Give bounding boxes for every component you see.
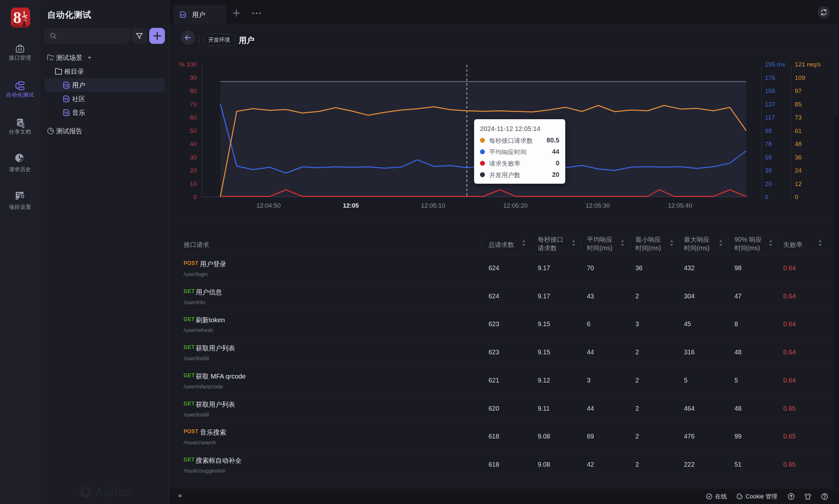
svg-text:40: 40: [190, 141, 197, 147]
svg-text:TS: TS: [64, 84, 69, 87]
svg-text:0: 0: [795, 194, 798, 200]
svg-text:0: 0: [193, 194, 197, 200]
svg-text:% 100: % 100: [179, 61, 197, 68]
svg-text:121 req/s: 121 req/s: [795, 61, 821, 68]
svg-text:12: 12: [795, 180, 802, 187]
svg-text:12:04:50: 12:04:50: [256, 202, 281, 209]
svg-text:12:05: 12:05: [343, 202, 359, 209]
svg-text:78: 78: [765, 141, 772, 147]
svg-text:117: 117: [765, 114, 775, 121]
svg-text:137: 137: [765, 101, 775, 108]
svg-text:TS: TS: [181, 13, 185, 17]
svg-text:109: 109: [795, 74, 805, 81]
svg-text:61: 61: [795, 127, 802, 134]
svg-text:195 ms: 195 ms: [765, 61, 785, 68]
svg-text:12:05:20: 12:05:20: [503, 202, 528, 209]
svg-text:98: 98: [765, 127, 772, 134]
svg-text:0: 0: [765, 194, 769, 200]
svg-text:59: 59: [765, 154, 772, 161]
svg-text:TS: TS: [64, 97, 69, 101]
svg-text:85: 85: [795, 101, 802, 108]
svg-text:TS: TS: [64, 111, 69, 115]
svg-text:176: 176: [765, 74, 775, 81]
svg-text:50: 50: [190, 127, 197, 134]
svg-text:12:05:30: 12:05:30: [585, 202, 610, 209]
svg-text:97: 97: [795, 87, 802, 94]
svg-text:12:05:40: 12:05:40: [668, 202, 692, 209]
svg-text:156: 156: [765, 87, 775, 94]
svg-text:20: 20: [765, 180, 772, 187]
svg-text:36: 36: [795, 154, 802, 161]
svg-text:24: 24: [795, 167, 802, 174]
svg-text:80: 80: [190, 87, 197, 94]
svg-text:30: 30: [190, 154, 197, 161]
svg-text:12:05:10: 12:05:10: [421, 202, 445, 209]
svg-text:60: 60: [190, 114, 197, 121]
svg-text:48: 48: [795, 141, 802, 147]
svg-text:8: 8: [13, 8, 21, 26]
svg-text:73: 73: [795, 114, 802, 121]
svg-text:20: 20: [190, 167, 197, 174]
svg-text:10: 10: [190, 180, 197, 187]
svg-text:TS: TS: [50, 58, 53, 61]
svg-text:90: 90: [190, 74, 197, 81]
svg-text:39: 39: [765, 167, 772, 174]
svg-text:70: 70: [190, 101, 197, 108]
